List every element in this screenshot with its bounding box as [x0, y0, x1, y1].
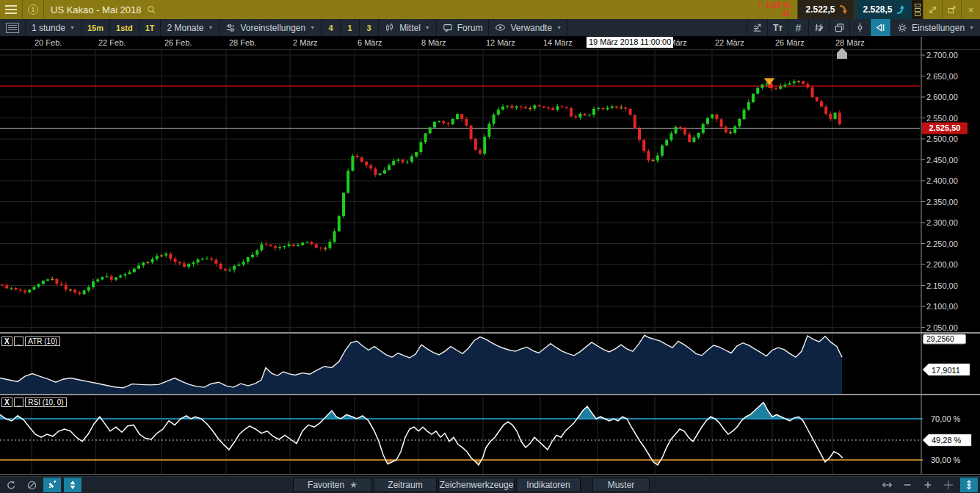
- snap-point-button[interactable]: [849, 19, 870, 36]
- eye-icon: [495, 23, 506, 32]
- date-axis[interactable]: 20 Feb.22 Feb.26 Feb.28 Feb.2 März6 März…: [35, 38, 865, 47]
- svg-text:2 März: 2 März: [293, 38, 318, 47]
- indicators-button[interactable]: Indikatoren: [516, 478, 581, 492]
- svg-text:30,00 %: 30,00 %: [931, 456, 961, 464]
- rsi-label[interactable]: RSI (10, 0): [25, 397, 66, 407]
- candles[interactable]: [1, 79, 841, 295]
- patterns-button[interactable]: Muster: [592, 478, 650, 492]
- quick-timeframe-15m[interactable]: 15m: [81, 19, 110, 36]
- alert-dot-icon: [768, 84, 772, 88]
- refresh-button[interactable]: [2, 478, 20, 492]
- chart-style-dropdown[interactable]: Mittel ▼: [379, 19, 437, 36]
- zoom-out-button[interactable]: [899, 478, 916, 492]
- range-dropdown[interactable]: 2 Monate ▼: [161, 19, 219, 36]
- settings-dropdown[interactable]: Einstellungen ▼: [890, 19, 980, 36]
- svg-text:28 März: 28 März: [835, 38, 865, 47]
- svg-text:2.600,00: 2.600,00: [926, 93, 958, 101]
- erase-disabled-button[interactable]: [23, 478, 40, 492]
- quick-timeframe-1t[interactable]: 1T: [139, 19, 161, 36]
- workspace-number-icon: 1: [28, 4, 38, 15]
- price-scale-button[interactable]: [747, 19, 767, 36]
- maximize-button[interactable]: [923, 0, 942, 19]
- related-label: Verwandte: [510, 23, 552, 33]
- svg-text:2.250,00: 2.250,00: [926, 240, 958, 248]
- titlebar-spacer: [163, 0, 750, 19]
- bid-price-button[interactable]: 2.522,5: [797, 0, 854, 19]
- popout-window-button[interactable]: [942, 0, 961, 19]
- favorites-button[interactable]: Favoriten ★: [293, 478, 372, 492]
- presets-label: Voreinstellungen: [240, 23, 305, 33]
- panel-splitter[interactable]: [0, 332, 980, 334]
- crosshair-date-tooltip: 19 März 2018 11:00:00: [587, 37, 673, 48]
- svg-text:2.100,00: 2.100,00: [926, 302, 958, 311]
- vertical-zoom-button[interactable]: [960, 478, 978, 492]
- crosshair-button[interactable]: [940, 478, 957, 492]
- timeframe-dropdown[interactable]: 1 stunde ▼: [26, 19, 81, 36]
- rsi-panel[interactable]: 70,00 %30,00 %49,28 %: [0, 403, 971, 465]
- trading-platform-window: 2.700,002.650,002.600,002.550,002.500,00…: [0, 0, 980, 493]
- layout-button-1[interactable]: 1: [341, 19, 360, 36]
- price-axis[interactable]: 2.700,002.650,002.600,002.550,002.500,00…: [921, 37, 958, 475]
- atr-close-button[interactable]: X: [1, 337, 12, 346]
- drawing-tools-button[interactable]: Zeichenwerkzeuge: [438, 478, 515, 492]
- draw-mode-button[interactable]: [43, 478, 61, 492]
- grid-edit-button[interactable]: [808, 19, 829, 36]
- atr-label[interactable]: ATR (10): [25, 337, 60, 346]
- forum-button[interactable]: Forum: [437, 19, 490, 36]
- titlebar: 1 US Kakao - Mai 2018 ▼ 1,59 % 41 2.522,…: [0, 0, 980, 19]
- workspace-button[interactable]: 1: [23, 0, 44, 19]
- search-icon[interactable]: [147, 5, 156, 15]
- layers-button[interactable]: [829, 19, 849, 36]
- change-block: ▼ 1,59 % 41: [750, 0, 797, 19]
- price-up-arrow-icon: [896, 5, 904, 14]
- favorites-label: Favoriten: [308, 480, 344, 490]
- atr-panel[interactable]: 29,256017,9011: [0, 334, 970, 394]
- rsi-minimize-button[interactable]: _: [14, 397, 24, 407]
- style-label: Mittel: [399, 23, 421, 33]
- grid-button[interactable]: #: [788, 19, 808, 36]
- svg-text:29,2560: 29,2560: [926, 334, 954, 343]
- page-title: US Kakao - Mai 2018: [51, 4, 142, 15]
- star-icon: ★: [349, 480, 357, 490]
- related-dropdown[interactable]: Verwandte ▼: [489, 19, 568, 36]
- forum-label: Forum: [457, 23, 483, 33]
- price-down-arrow-icon: [839, 5, 847, 14]
- presets-dropdown[interactable]: Voreinstellungen ▼: [219, 19, 322, 36]
- last-price-badge: 2.525,50: [922, 122, 968, 134]
- rsi-line: [0, 403, 843, 465]
- grid-icon: #: [796, 22, 802, 34]
- rsi-close-button[interactable]: X: [1, 397, 12, 407]
- chevron-down-icon: ▼: [208, 25, 214, 30]
- atr-minimize-button[interactable]: _: [14, 337, 24, 346]
- chart-markers[interactable]: [764, 48, 847, 88]
- window-layout-icon[interactable]: [912, 0, 923, 19]
- cursor-tool-button[interactable]: [870, 19, 890, 36]
- horizontal-zoom-button[interactable]: [878, 478, 896, 492]
- period-button[interactable]: Zeitraum: [374, 478, 437, 492]
- zoom-in-button[interactable]: [919, 478, 937, 492]
- layout-button-4[interactable]: 4: [322, 19, 341, 36]
- svg-text:22 Feb.: 22 Feb.: [98, 38, 126, 47]
- sort-updown-button[interactable]: [64, 478, 81, 492]
- ask-price-button[interactable]: 2.528,5: [854, 0, 912, 19]
- bid-price: 2.522,5: [805, 4, 835, 15]
- bottom-toolbar: Favoriten ★ Zeitraum Zeichenwerkzeuge In…: [0, 476, 980, 493]
- layout-button-3[interactable]: 3: [360, 19, 379, 36]
- text-tool-button[interactable]: Tᴛ: [767, 19, 788, 36]
- chart-list-button[interactable]: [0, 19, 26, 36]
- chevron-down-icon: ▼: [70, 25, 75, 30]
- panel-splitter[interactable]: [0, 394, 980, 395]
- svg-text:2.700,00: 2.700,00: [926, 51, 958, 60]
- close-icon: ×: [968, 4, 974, 15]
- svg-text:2.650,00: 2.650,00: [926, 72, 958, 81]
- chevron-down-icon: ▼: [556, 25, 562, 30]
- svg-text:22 März: 22 März: [715, 38, 744, 47]
- chart-canvas[interactable]: 2.700,002.650,002.600,002.550,002.500,00…: [0, 0, 980, 493]
- quick-timeframe-1std[interactable]: 1std: [110, 19, 139, 36]
- change-secondary: 41: [782, 10, 791, 18]
- settings-label: Einstellungen: [912, 23, 965, 33]
- menu-button[interactable]: [0, 0, 23, 19]
- instrument-title-area: US Kakao - Mai 2018: [44, 0, 163, 19]
- chart-toolbar: 1 stunde ▼ 15m 1std 1T 2 Monate ▼ Vorein…: [0, 19, 980, 37]
- close-window-button[interactable]: ×: [961, 0, 980, 19]
